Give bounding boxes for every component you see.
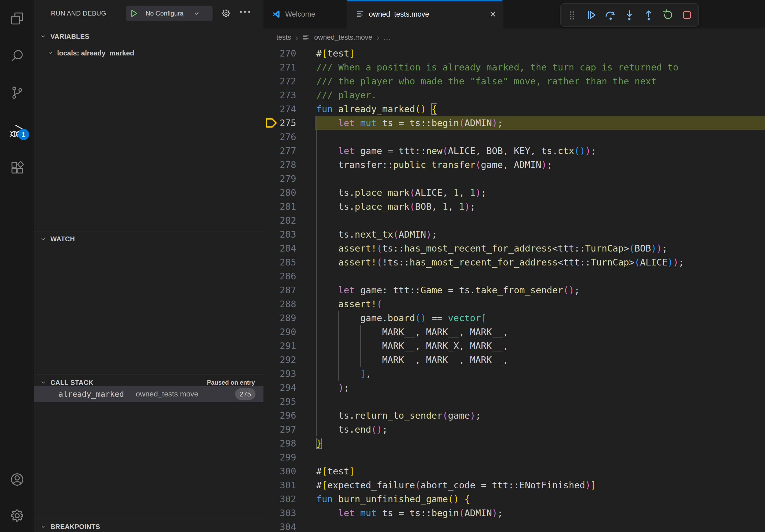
line-number[interactable]: 297 bbox=[264, 422, 296, 436]
code-line[interactable]: 283 ts.next_tx(ADMIN); bbox=[264, 227, 765, 241]
line-number[interactable]: 286 bbox=[264, 269, 296, 283]
code-line[interactable]: 280 ts.place_mark(ALICE, 1, 1); bbox=[264, 186, 765, 199]
code-area[interactable]: 270#[test]271/// When a position is alre… bbox=[264, 46, 765, 532]
line-number[interactable]: 273 bbox=[264, 88, 296, 102]
breadcrumb-item[interactable]: … bbox=[383, 33, 390, 42]
code-line[interactable]: 281 ts.place_mark(BOB, 1, 1); bbox=[264, 199, 765, 213]
step-over-icon[interactable] bbox=[604, 9, 616, 21]
line-number[interactable]: 296 bbox=[264, 408, 296, 422]
line-number[interactable]: 283 bbox=[264, 227, 296, 241]
line-number[interactable]: 274 bbox=[264, 102, 296, 116]
continue-icon[interactable] bbox=[585, 9, 597, 21]
code-line[interactable]: 270#[test] bbox=[264, 46, 765, 60]
line-number[interactable]: 271 bbox=[264, 60, 296, 74]
code-line[interactable]: 275 let mut ts = ts::begin(ADMIN); bbox=[264, 116, 765, 130]
line-number[interactable]: 278 bbox=[264, 158, 296, 172]
code-text: } bbox=[316, 436, 322, 450]
code-line[interactable]: 272/// the player who made the "false" m… bbox=[264, 74, 765, 88]
variables-scope-locals[interactable]: locals: already_marked bbox=[34, 46, 264, 60]
code-line[interactable]: 295 bbox=[264, 395, 765, 408]
line-number[interactable]: 290 bbox=[264, 325, 296, 339]
line-number[interactable]: 282 bbox=[264, 213, 296, 227]
line-number[interactable]: 277 bbox=[264, 144, 296, 158]
watch-section-header[interactable]: WATCH bbox=[34, 232, 264, 245]
line-number[interactable]: 275 bbox=[264, 116, 296, 130]
code-line[interactable]: 285 assert!(!ts::has_most_recent_for_add… bbox=[264, 255, 765, 269]
extensions-icon[interactable] bbox=[0, 160, 34, 175]
launch-configuration-control[interactable]: No Configura bbox=[126, 6, 213, 21]
code-line[interactable]: 284 assert!(ts::has_most_recent_for_addr… bbox=[264, 241, 765, 255]
line-number[interactable]: 272 bbox=[264, 74, 296, 88]
code-line[interactable]: 276 bbox=[264, 130, 765, 144]
code-line[interactable]: 273/// player. bbox=[264, 88, 765, 102]
code-line[interactable]: 288 assert!( bbox=[264, 297, 765, 311]
breadcrumb-item[interactable]: tests bbox=[276, 33, 291, 42]
line-number[interactable]: 284 bbox=[264, 241, 296, 255]
line-number[interactable]: 270 bbox=[264, 46, 296, 60]
toolbar-drag-handle-icon[interactable] bbox=[566, 9, 578, 21]
step-into-icon[interactable] bbox=[623, 9, 635, 21]
line-number[interactable]: 302 bbox=[264, 492, 296, 506]
search-icon[interactable] bbox=[0, 48, 34, 64]
tab-owned-tests-move[interactable]: owned_tests.move × bbox=[347, 0, 502, 28]
code-line[interactable]: 282 bbox=[264, 213, 765, 227]
line-number[interactable]: 304 bbox=[264, 520, 296, 532]
line-number[interactable]: 292 bbox=[264, 353, 296, 367]
settings-gear-icon[interactable] bbox=[0, 508, 34, 523]
code-line[interactable]: 296 ts.return_to_sender(game); bbox=[264, 408, 765, 422]
configuration-dropdown-label[interactable]: No Configura bbox=[146, 10, 193, 17]
line-number[interactable]: 298 bbox=[264, 436, 296, 450]
code-line[interactable]: 279 bbox=[264, 172, 765, 186]
line-number[interactable]: 301 bbox=[264, 478, 296, 492]
breadcrumb-item[interactable]: owned_tests.move bbox=[314, 33, 372, 42]
call-stack-frame[interactable]: already_marked owned_tests.move 275 bbox=[34, 386, 264, 402]
line-number[interactable]: 289 bbox=[264, 311, 296, 325]
code-line[interactable]: 286 bbox=[264, 269, 765, 283]
code-line[interactable]: 303 let mut ts = ts::begin(ADMIN); bbox=[264, 506, 765, 520]
accounts-icon[interactable] bbox=[0, 472, 34, 487]
line-number[interactable]: 291 bbox=[264, 339, 296, 353]
code-line[interactable]: 304 bbox=[264, 520, 765, 532]
chevron-down-icon[interactable] bbox=[193, 10, 200, 17]
explorer-icon[interactable] bbox=[0, 11, 34, 26]
code-line[interactable]: 277 let game = ttt::new(ALICE, BOB, KEY,… bbox=[264, 144, 765, 158]
tab-welcome[interactable]: Welcome bbox=[264, 0, 347, 28]
line-number[interactable]: 295 bbox=[264, 395, 296, 408]
line-number[interactable]: 287 bbox=[264, 283, 296, 297]
code-line[interactable]: 271/// When a position is already marked… bbox=[264, 60, 765, 74]
code-line[interactable]: 300#[test] bbox=[264, 464, 765, 478]
line-number[interactable]: 276 bbox=[264, 130, 296, 144]
line-number[interactable]: 303 bbox=[264, 506, 296, 520]
close-tab-icon[interactable]: × bbox=[490, 9, 496, 19]
source-control-icon[interactable] bbox=[0, 85, 34, 101]
code-line[interactable]: 302fun burn_unfinished_game() { bbox=[264, 492, 765, 506]
variables-section-header[interactable]: VARIABLES bbox=[34, 30, 264, 43]
code-line[interactable]: 274fun already_marked() { bbox=[264, 102, 765, 116]
line-number[interactable]: 281 bbox=[264, 199, 296, 213]
line-number[interactable]: 285 bbox=[264, 255, 296, 269]
code-line[interactable]: 301#[expected_failure(abort_code = ttt::… bbox=[264, 478, 765, 492]
line-number[interactable]: 294 bbox=[264, 381, 296, 395]
code-line[interactable]: 297 ts.end(); bbox=[264, 422, 765, 436]
line-number[interactable]: 280 bbox=[264, 186, 296, 199]
code-line[interactable]: 278 transfer::public_transfer(game, ADMI… bbox=[264, 158, 765, 172]
more-actions-icon[interactable]: ··· bbox=[239, 6, 252, 18]
restart-icon[interactable] bbox=[661, 9, 674, 21]
code-line[interactable]: 287 let game: ttt::Game = ts.take_from_s… bbox=[264, 283, 765, 297]
code-line[interactable]: 294 ); bbox=[264, 381, 765, 395]
debug-settings-gear-icon[interactable] bbox=[221, 9, 231, 18]
line-number[interactable]: 300 bbox=[264, 464, 296, 478]
start-debugging-icon[interactable] bbox=[126, 6, 142, 21]
step-out-icon[interactable] bbox=[642, 9, 655, 21]
line-number[interactable]: 279 bbox=[264, 172, 296, 186]
code-line[interactable]: 299 bbox=[264, 450, 765, 464]
code-text: assert!(!ts::has_most_recent_for_address… bbox=[316, 255, 684, 269]
breakpoints-section-header[interactable]: BREAKPOINTS bbox=[34, 520, 264, 532]
line-number[interactable]: 293 bbox=[264, 367, 296, 381]
code-line[interactable]: 298} bbox=[264, 436, 765, 450]
run-and-debug-icon[interactable]: 1 bbox=[0, 124, 34, 139]
move-file-icon bbox=[356, 10, 364, 18]
line-number[interactable]: 288 bbox=[264, 297, 296, 311]
line-number[interactable]: 299 bbox=[264, 450, 296, 464]
stop-icon[interactable] bbox=[681, 9, 693, 21]
